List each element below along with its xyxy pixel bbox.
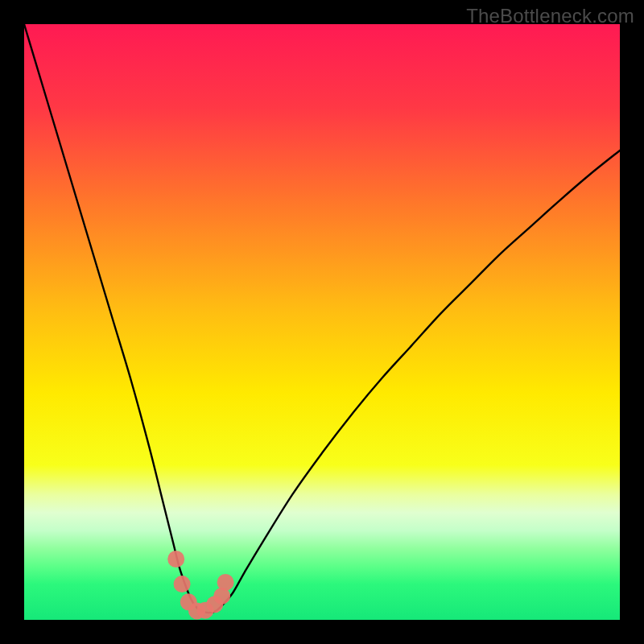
marker-dot: [167, 551, 184, 568]
plot-area: [24, 24, 620, 620]
chart-frame: TheBottleneck.com: [0, 0, 644, 644]
marker-dot: [217, 574, 234, 591]
watermark-text: TheBottleneck.com: [466, 5, 634, 27]
marker-dot: [174, 576, 191, 592]
chart-svg: [24, 24, 620, 620]
